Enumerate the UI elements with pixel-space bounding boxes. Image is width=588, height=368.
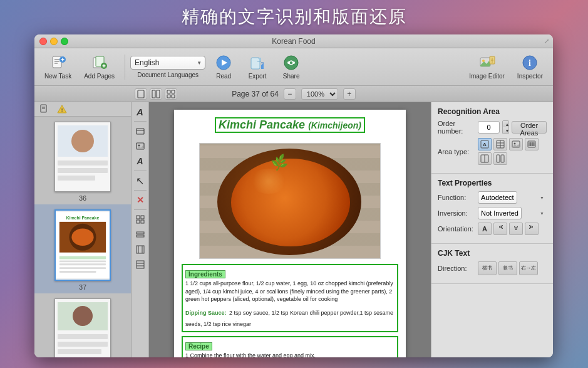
area-type-5[interactable]: [478, 152, 492, 165]
spinner-down[interactable]: ▼: [503, 127, 509, 134]
orientation-icons: A A A A: [478, 223, 539, 235]
share-button[interactable]: Share: [276, 51, 307, 82]
orient-right[interactable]: A: [525, 223, 539, 235]
edit-tool-4[interactable]: [133, 228, 148, 241]
area-type-6[interactable]: [493, 152, 507, 165]
read-button[interactable]: Read: [208, 51, 239, 82]
read-icon: [215, 54, 232, 71]
read-label: Read: [216, 73, 231, 80]
app-window: Korean Food ⤢ New Task: [34, 34, 553, 357]
edit-tool-3[interactable]: [133, 213, 148, 226]
language-select-wrapper: English Chinese Japanese Korean: [130, 56, 205, 70]
svg-text:A: A: [513, 225, 518, 231]
text-tool[interactable]: A: [133, 105, 148, 118]
thumb-frame-38: [54, 298, 111, 357]
edit-tool-6[interactable]: [133, 258, 148, 271]
image-editor-button[interactable]: Image Editor: [464, 51, 510, 82]
thumbnail-36[interactable]: 36: [34, 117, 131, 204]
area-type-image[interactable]: [509, 138, 523, 150]
svg-point-20: [292, 61, 295, 64]
language-select[interactable]: English Chinese Japanese Korean: [130, 56, 205, 70]
thumb-frame-37: Kimchi Pancake: [54, 209, 111, 281]
add-pages-button[interactable]: Add Pages: [79, 51, 120, 82]
spinner-up[interactable]: ▲: [503, 121, 509, 127]
tool-divider-4: [134, 209, 147, 210]
zoom-out-button[interactable]: −: [284, 88, 296, 100]
cursor-tool[interactable]: ↖: [133, 174, 148, 187]
inversion-row: Inversion: Not Inverted Inverted: [438, 207, 547, 219]
svg-rect-56: [59, 271, 96, 273]
svg-rect-74: [137, 246, 144, 253]
svg-text:Kimchi Pancake: Kimchi Pancake: [66, 216, 100, 220]
dir-rtl[interactable]: 右→左: [519, 261, 538, 275]
doc-page: Kimchi Pancake (Kimchijeon) 🌿: [174, 110, 406, 357]
inversion-label: Inversion:: [438, 209, 475, 217]
text-tool-2[interactable]: A: [133, 154, 148, 168]
orient-normal[interactable]: A: [478, 223, 492, 235]
language-section: English Chinese Japanese Korean Document…: [130, 56, 205, 78]
orient-left[interactable]: A: [493, 223, 507, 235]
area-type-table[interactable]: [493, 138, 507, 150]
dir-vertical[interactable]: 竖书: [498, 261, 517, 275]
svg-rect-61: [58, 342, 108, 347]
doc-title-suffix: (Kimchijeon): [308, 120, 361, 130]
two-page-btn[interactable]: [150, 88, 162, 100]
text-properties-section: Text Properties Function: Autodetect Tex…: [431, 174, 553, 244]
thumb-page-num-37: 37: [79, 283, 86, 291]
title-bar: Korean Food ⤢: [34, 34, 553, 48]
edit-tool-img[interactable]: [133, 139, 148, 153]
svg-rect-77: [137, 261, 144, 268]
dir-horizontal[interactable]: 横书: [478, 261, 497, 275]
svg-rect-71: [141, 220, 144, 223]
edit-tool-rect[interactable]: [133, 124, 148, 138]
dipping-label: Dipping Sauce:: [185, 310, 227, 316]
svg-rect-30: [152, 90, 155, 98]
thumbnail-37[interactable]: Kimchi Pancake 37: [34, 204, 131, 293]
edit-tool-5[interactable]: [133, 243, 148, 256]
inspector-label: Inspector: [517, 73, 543, 80]
direction-icons: 横书 竖书 右→左: [478, 261, 538, 275]
edit-tools: A A ↖ ✕: [132, 102, 149, 357]
svg-rect-14: [251, 58, 260, 69]
zoom-select[interactable]: 100% 75% 150%: [301, 88, 338, 100]
function-select-wrapper: Autodetect Text Table: [478, 191, 547, 204]
inspector-button[interactable]: i Inspector: [512, 51, 548, 82]
orient-down[interactable]: A: [509, 223, 523, 235]
svg-rect-62: [58, 349, 101, 354]
single-page-btn[interactable]: [135, 88, 147, 100]
resize-icon[interactable]: ⤢: [544, 38, 549, 45]
svg-rect-73: [137, 235, 144, 237]
close-area-tool[interactable]: ✕: [133, 193, 148, 207]
svg-text:i: i: [529, 58, 531, 68]
svg-rect-60: [58, 334, 108, 339]
svg-rect-98: [501, 155, 504, 162]
thumb-img-37: Kimchi Pancake: [56, 211, 110, 280]
cjk-text-title: CJK Text: [438, 249, 547, 258]
order-areas-button[interactable]: Order Areas: [512, 121, 547, 134]
maximize-button[interactable]: [61, 38, 68, 45]
function-select[interactable]: Autodetect Text Table: [478, 191, 517, 204]
minimize-button[interactable]: [50, 38, 58, 45]
window-controls: [39, 38, 68, 45]
area-type-icons: A: [478, 138, 547, 165]
multi-page-btn[interactable]: [165, 88, 177, 100]
area-type-barcode[interactable]: [525, 138, 539, 150]
sidebar-page-icon[interactable]: [37, 102, 52, 116]
function-label: Function:: [438, 194, 475, 201]
export-button[interactable]: Export: [242, 51, 273, 82]
share-icon: [282, 54, 300, 71]
new-task-button[interactable]: New Task: [39, 51, 76, 82]
order-number-input[interactable]: [478, 121, 500, 134]
area-type-text[interactable]: A: [478, 138, 492, 150]
document-languages-label: Document Languages: [137, 71, 199, 78]
thumbnail-38[interactable]: 38: [34, 293, 131, 357]
svg-rect-33: [172, 90, 175, 93]
dipping-row: Dipping Sauce: 2 tsp soy sauce, 1/2 tsp …: [185, 306, 395, 329]
zoom-in-button[interactable]: +: [343, 88, 356, 100]
close-button[interactable]: [39, 38, 47, 45]
svg-rect-32: [167, 90, 170, 93]
text-properties-title: Text Properties: [438, 179, 547, 187]
sidebar-warning-icon[interactable]: !: [54, 102, 70, 116]
svg-text:A: A: [528, 225, 534, 229]
inversion-select[interactable]: Not Inverted Inverted: [478, 207, 522, 219]
